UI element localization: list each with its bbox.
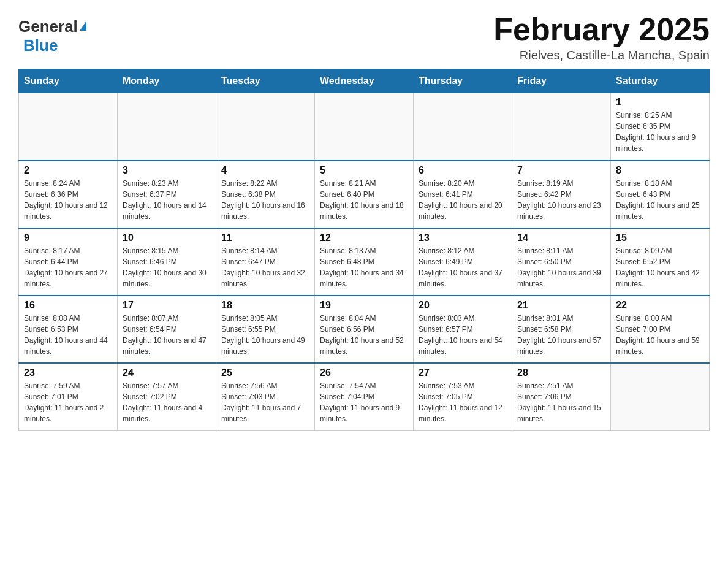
day-number: 13 [419,232,507,243]
day-info: Sunrise: 8:20 AMSunset: 6:41 PMDaylight:… [419,178,507,222]
day-number: 5 [320,165,408,176]
logo-blue-text: Blue [23,36,58,55]
weekday-header-wednesday: Wednesday [315,69,414,93]
week-row-2: 2Sunrise: 8:24 AMSunset: 6:36 PMDaylight… [19,161,710,228]
calendar-cell: 14Sunrise: 8:11 AMSunset: 6:50 PMDayligh… [512,228,611,296]
day-number: 17 [123,300,211,311]
day-info: Sunrise: 8:03 AMSunset: 6:57 PMDaylight:… [419,313,507,357]
calendar-cell: 20Sunrise: 8:03 AMSunset: 6:57 PMDayligh… [414,296,512,363]
weekday-header-saturday: Saturday [611,69,710,93]
day-info: Sunrise: 7:56 AMSunset: 7:03 PMDaylight:… [221,380,309,424]
day-number: 2 [24,165,112,176]
day-info: Sunrise: 8:25 AMSunset: 6:35 PMDaylight:… [616,110,704,154]
day-info: Sunrise: 8:01 AMSunset: 6:58 PMDaylight:… [517,313,605,357]
calendar-cell [118,93,216,161]
day-info: Sunrise: 8:15 AMSunset: 6:46 PMDaylight:… [123,245,211,289]
weekday-header-tuesday: Tuesday [216,69,315,93]
day-info: Sunrise: 8:09 AMSunset: 6:52 PMDaylight:… [616,245,704,289]
day-info: Sunrise: 8:00 AMSunset: 7:00 PMDaylight:… [616,313,704,357]
calendar-cell: 21Sunrise: 8:01 AMSunset: 6:58 PMDayligh… [512,296,611,363]
calendar-cell: 18Sunrise: 8:05 AMSunset: 6:55 PMDayligh… [216,296,315,363]
day-info: Sunrise: 8:18 AMSunset: 6:43 PMDaylight:… [616,178,704,222]
week-row-5: 23Sunrise: 7:59 AMSunset: 7:01 PMDayligh… [19,363,710,431]
calendar-cell: 4Sunrise: 8:22 AMSunset: 6:38 PMDaylight… [216,161,315,228]
calendar-cell: 15Sunrise: 8:09 AMSunset: 6:52 PMDayligh… [611,228,710,296]
calendar-cell: 13Sunrise: 8:12 AMSunset: 6:49 PMDayligh… [414,228,512,296]
day-number: 10 [123,232,211,243]
day-info: Sunrise: 8:11 AMSunset: 6:50 PMDaylight:… [517,245,605,289]
day-number: 14 [517,232,605,243]
day-info: Sunrise: 8:07 AMSunset: 6:54 PMDaylight:… [123,313,211,357]
day-info: Sunrise: 8:13 AMSunset: 6:48 PMDaylight:… [320,245,408,289]
day-number: 15 [616,232,704,243]
day-number: 24 [123,367,211,378]
week-row-3: 9Sunrise: 8:17 AMSunset: 6:44 PMDaylight… [19,228,710,296]
day-number: 16 [24,300,112,311]
month-title: February 2025 [493,12,710,47]
day-info: Sunrise: 7:54 AMSunset: 7:04 PMDaylight:… [320,380,408,424]
page-header: General Blue February 2025 Rielves, Cast… [18,12,710,63]
calendar-cell [611,363,710,431]
calendar-cell [19,93,118,161]
day-number: 28 [517,367,605,378]
day-info: Sunrise: 7:57 AMSunset: 7:02 PMDaylight:… [123,380,211,424]
day-number: 3 [123,165,211,176]
week-row-1: 1Sunrise: 8:25 AMSunset: 6:35 PMDaylight… [19,93,710,161]
logo: General Blue [18,12,86,55]
day-info: Sunrise: 8:21 AMSunset: 6:40 PMDaylight:… [320,178,408,222]
day-number: 19 [320,300,408,311]
day-info: Sunrise: 8:04 AMSunset: 6:56 PMDaylight:… [320,313,408,357]
calendar-cell: 17Sunrise: 8:07 AMSunset: 6:54 PMDayligh… [118,296,216,363]
calendar-cell: 22Sunrise: 8:00 AMSunset: 7:00 PMDayligh… [611,296,710,363]
calendar-cell [216,93,315,161]
calendar-cell: 16Sunrise: 8:08 AMSunset: 6:53 PMDayligh… [19,296,118,363]
calendar-cell: 27Sunrise: 7:53 AMSunset: 7:05 PMDayligh… [414,363,512,431]
calendar-cell [512,93,611,161]
calendar-cell: 3Sunrise: 8:23 AMSunset: 6:37 PMDaylight… [118,161,216,228]
day-number: 25 [221,367,309,378]
day-info: Sunrise: 7:59 AMSunset: 7:01 PMDaylight:… [24,380,112,424]
calendar-cell [315,93,414,161]
calendar-cell: 2Sunrise: 8:24 AMSunset: 6:36 PMDaylight… [19,161,118,228]
calendar-cell: 19Sunrise: 8:04 AMSunset: 6:56 PMDayligh… [315,296,414,363]
day-number: 21 [517,300,605,311]
day-info: Sunrise: 8:17 AMSunset: 6:44 PMDaylight:… [24,245,112,289]
weekday-header-thursday: Thursday [414,69,512,93]
day-info: Sunrise: 8:19 AMSunset: 6:42 PMDaylight:… [517,178,605,222]
day-info: Sunrise: 8:24 AMSunset: 6:36 PMDaylight:… [24,178,112,222]
logo-triangle-icon [80,21,86,31]
calendar-cell: 7Sunrise: 8:19 AMSunset: 6:42 PMDaylight… [512,161,611,228]
day-number: 9 [24,232,112,243]
day-info: Sunrise: 8:22 AMSunset: 6:38 PMDaylight:… [221,178,309,222]
day-number: 11 [221,232,309,243]
day-number: 7 [517,165,605,176]
calendar-header-row: SundayMondayTuesdayWednesdayThursdayFrid… [19,69,710,93]
calendar-cell: 25Sunrise: 7:56 AMSunset: 7:03 PMDayligh… [216,363,315,431]
location-title: Rielves, Castille-La Mancha, Spain [493,48,710,63]
week-row-4: 16Sunrise: 8:08 AMSunset: 6:53 PMDayligh… [19,296,710,363]
day-info: Sunrise: 8:05 AMSunset: 6:55 PMDaylight:… [221,313,309,357]
day-number: 22 [616,300,704,311]
day-info: Sunrise: 7:51 AMSunset: 7:06 PMDaylight:… [517,380,605,424]
day-number: 23 [24,367,112,378]
calendar-cell: 6Sunrise: 8:20 AMSunset: 6:41 PMDaylight… [414,161,512,228]
calendar-cell: 12Sunrise: 8:13 AMSunset: 6:48 PMDayligh… [315,228,414,296]
weekday-header-friday: Friday [512,69,611,93]
day-info: Sunrise: 8:14 AMSunset: 6:47 PMDaylight:… [221,245,309,289]
calendar-cell: 1Sunrise: 8:25 AMSunset: 6:35 PMDaylight… [611,93,710,161]
day-number: 18 [221,300,309,311]
day-info: Sunrise: 7:53 AMSunset: 7:05 PMDaylight:… [419,380,507,424]
calendar-table: SundayMondayTuesdayWednesdayThursdayFrid… [18,69,710,431]
title-area: February 2025 Rielves, Castille-La Manch… [493,12,710,63]
logo-general-text: General [18,17,78,36]
calendar-cell: 11Sunrise: 8:14 AMSunset: 6:47 PMDayligh… [216,228,315,296]
day-number: 6 [419,165,507,176]
day-info: Sunrise: 8:08 AMSunset: 6:53 PMDaylight:… [24,313,112,357]
calendar-cell [414,93,512,161]
calendar-cell: 23Sunrise: 7:59 AMSunset: 7:01 PMDayligh… [19,363,118,431]
day-number: 20 [419,300,507,311]
day-info: Sunrise: 8:12 AMSunset: 6:49 PMDaylight:… [419,245,507,289]
calendar-cell: 8Sunrise: 8:18 AMSunset: 6:43 PMDaylight… [611,161,710,228]
day-info: Sunrise: 8:23 AMSunset: 6:37 PMDaylight:… [123,178,211,222]
day-number: 12 [320,232,408,243]
